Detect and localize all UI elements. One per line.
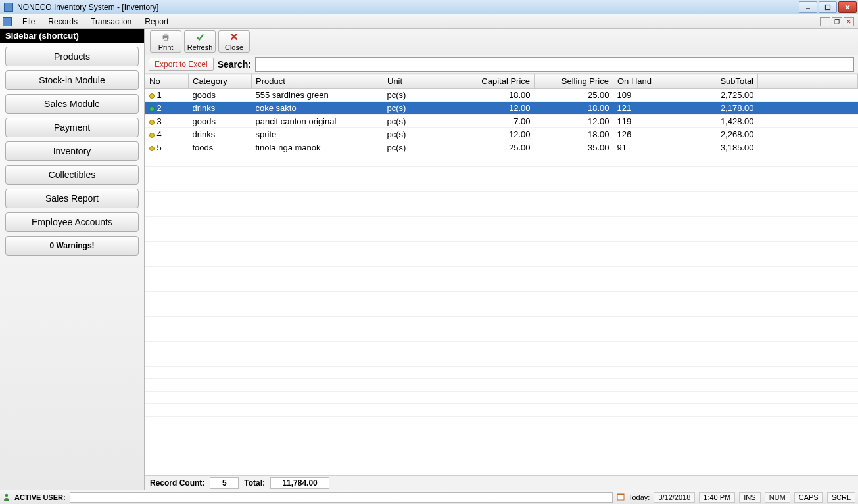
svg-rect-6 [164, 37, 167, 40]
refresh-label: Refresh [187, 43, 213, 51]
row-status-icon [149, 93, 155, 99]
window-title: NONECO Inventory System - [Inventory] [17, 3, 799, 12]
table-row-empty [145, 379, 858, 392]
col-spacer [758, 74, 858, 89]
sidebar-collectibles-button[interactable]: Collectibles [5, 165, 139, 185]
record-count-value: 5 [210, 477, 239, 489]
mdi-close-button[interactable]: ✕ [844, 17, 854, 26]
table-row-empty [145, 254, 858, 267]
window-maximize-button[interactable] [819, 1, 837, 13]
mdi-app-icon [3, 17, 12, 26]
table-row-empty [145, 342, 858, 354]
today-label: Today: [629, 493, 650, 501]
table-row-empty [145, 242, 858, 254]
printer-icon [161, 32, 170, 43]
export-excel-button[interactable]: Export to Excel [149, 58, 214, 71]
sidebar-stockin-button[interactable]: Stock-in Module [5, 70, 139, 90]
table-row-empty [145, 367, 858, 379]
search-label: Search: [218, 59, 251, 70]
mdi-restore-button[interactable]: ❐ [832, 17, 842, 26]
main-panel: Print Refresh Close Export to Excel Sear… [145, 29, 858, 490]
status-num: NUM [765, 492, 790, 503]
table-row-empty [145, 317, 858, 329]
sidebar-sales-report-button[interactable]: Sales Report [5, 189, 139, 208]
app-icon [4, 3, 13, 12]
row-status-icon [149, 133, 155, 138]
status-bar: ACTIVE USER: Today: 3/12/2018 1:40 PM IN… [0, 490, 858, 504]
col-no[interactable]: No [145, 74, 189, 89]
menu-records[interactable]: Records [41, 16, 84, 28]
print-label: Print [158, 43, 174, 51]
row-status-icon [149, 120, 155, 125]
window-close-button[interactable] [838, 1, 857, 13]
table-row-empty [145, 192, 858, 204]
table-row-empty [145, 179, 858, 192]
sidebar-warnings-button[interactable]: 0 Warnings! [5, 236, 139, 256]
record-count-label: Record Count: [150, 478, 204, 488]
sidebar-sales-module-button[interactable]: Sales Module [5, 94, 139, 114]
inventory-grid[interactable]: No Category Product Unit Capital Price S… [145, 74, 858, 475]
svg-point-9 [5, 493, 8, 496]
table-row[interactable]: 4drinksspritepc(s)12.0018.001262,268.00 [145, 128, 858, 141]
col-unit[interactable]: Unit [383, 74, 442, 89]
table-row-empty [145, 154, 858, 167]
total-label: Total: [244, 478, 265, 488]
search-bar: Export to Excel Search: [145, 55, 858, 74]
status-time: 1:40 PM [699, 492, 735, 503]
svg-rect-1 [826, 5, 830, 9]
search-input[interactable] [255, 57, 854, 72]
grid-header-row: No Category Product Unit Capital Price S… [145, 74, 858, 89]
table-row-empty [145, 329, 858, 342]
col-subtotal[interactable]: SubTotal [679, 74, 758, 89]
mdi-minimize-button[interactable]: – [820, 17, 830, 26]
col-capital-price[interactable]: Capital Price [442, 74, 535, 89]
table-row-empty [145, 167, 858, 179]
sidebar-products-button[interactable]: Products [5, 47, 139, 66]
col-category[interactable]: Category [189, 74, 252, 89]
toolbar: Print Refresh Close [145, 29, 858, 55]
table-row[interactable]: 1goods555 sardines greenpc(s)18.0025.001… [145, 89, 858, 102]
refresh-button[interactable]: Refresh [184, 30, 216, 53]
table-row[interactable]: 2drinkscoke saktopc(s)12.0018.001212,178… [145, 102, 858, 115]
sidebar-employee-accounts-button[interactable]: Employee Accounts [5, 212, 139, 232]
svg-rect-11 [617, 494, 624, 495]
sidebar-inventory-button[interactable]: Inventory [5, 141, 139, 161]
table-row[interactable]: 3goodspancit canton originalpc(s)7.0012.… [145, 115, 858, 128]
status-date: 3/12/2018 [654, 492, 695, 503]
total-value: 11,784.00 [270, 477, 329, 489]
table-row-empty [145, 217, 858, 229]
sidebar-payment-button[interactable]: Payment [5, 118, 139, 137]
col-product[interactable]: Product [252, 74, 383, 89]
status-scrl: SCRL [827, 492, 855, 503]
col-selling-price[interactable]: Selling Price [535, 74, 613, 89]
row-status-icon [149, 106, 155, 112]
table-row-empty [145, 229, 858, 242]
table-row[interactable]: 5foodstinola nga manokpc(s)25.0035.00913… [145, 141, 858, 154]
status-ins: INS [739, 492, 760, 503]
user-icon [3, 493, 11, 502]
svg-rect-5 [164, 33, 167, 35]
print-button[interactable]: Print [150, 30, 181, 53]
window-minimize-button[interactable] [799, 1, 817, 13]
row-status-icon [149, 146, 155, 151]
grid-footer: Record Count: 5 Total: 11,784.00 [145, 475, 858, 490]
status-caps: CAPS [794, 492, 823, 503]
table-row-empty [145, 404, 858, 417]
table-row-empty [145, 279, 858, 292]
sidebar: Sidebar (shortcut) Products Stock-in Mod… [0, 29, 145, 490]
window-titlebar: NONECO Inventory System - [Inventory] [0, 0, 858, 14]
close-button[interactable]: Close [218, 30, 250, 53]
col-on-hand[interactable]: On Hand [613, 74, 679, 89]
menu-file[interactable]: File [16, 16, 41, 28]
menu-bar: File Records Transaction Report – ❐ ✕ [0, 14, 858, 29]
menu-transaction[interactable]: Transaction [84, 16, 138, 28]
table-row-empty [145, 392, 858, 404]
close-label: Close [225, 43, 243, 51]
close-icon [229, 32, 239, 43]
active-user-value [70, 492, 613, 503]
menu-report[interactable]: Report [138, 16, 175, 28]
sidebar-header: Sidebar (shortcut) [0, 29, 144, 43]
table-row-empty [145, 304, 858, 317]
check-icon [195, 32, 204, 43]
table-row-empty [145, 267, 858, 279]
